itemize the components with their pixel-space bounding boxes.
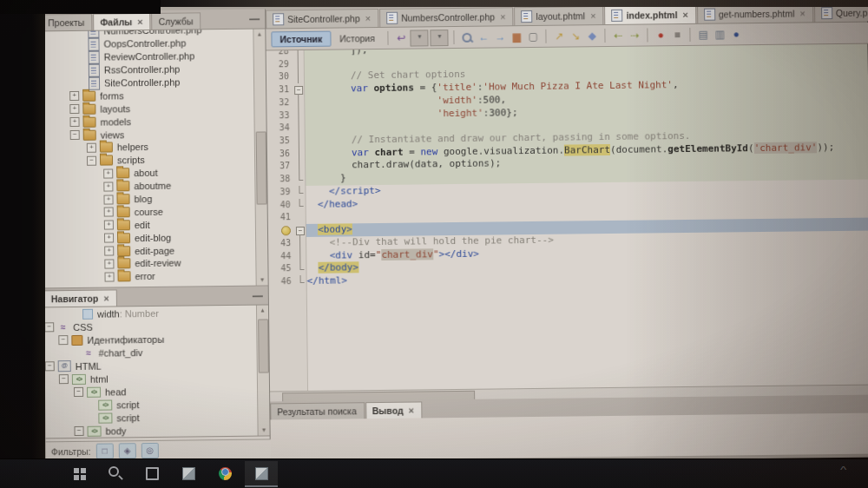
start-button[interactable] [62,461,95,485]
netbeans-active-icon[interactable] [245,461,278,487]
editor-tab-numberscontroller[interactable]: NumbersController.php× [379,7,514,27]
prop-icon [82,308,93,319]
scroll-up-icon[interactable]: ▴ [253,29,265,39]
tree-item-label: scripts [117,155,145,165]
fold-indicator [293,148,306,161]
toolbar-separator [388,31,389,45]
expander-icon[interactable]: + [104,221,114,230]
expander-icon[interactable]: + [104,208,114,217]
output-panel [270,413,868,461]
fold-collapse-icon[interactable]: − [294,86,303,95]
expander-icon[interactable]: − [75,426,84,436]
scrollbar-thumb[interactable] [258,319,269,373]
close-icon[interactable]: × [137,18,143,26]
minimize-icon[interactable]: — [249,13,260,25]
forward-icon[interactable]: ▾ [431,30,449,46]
expander-icon[interactable]: + [103,168,113,178]
panel-tab-projects[interactable]: Проекты [41,14,92,31]
folder-icon [116,194,129,204]
search-button[interactable] [99,461,132,485]
bottom-tab-output[interactable]: Вывод× [365,401,422,419]
highlight-icon[interactable]: ▆ [510,30,524,44]
bottom-tab-search-results[interactable]: Результаты поиска [270,402,365,419]
scroll-up-icon[interactable]: ▴ [257,305,268,315]
close-icon[interactable]: × [799,10,806,17]
panel-tab-services[interactable]: Службы [152,12,201,30]
navigator-item-label: width [97,308,120,319]
scrollbar-thumb[interactable] [256,131,267,204]
shift-left-icon[interactable]: ⇠ [611,28,626,43]
navigator-item[interactable]: −<>body [45,422,269,438]
macro-stop-icon[interactable]: ■ [670,27,685,42]
expander-icon[interactable]: + [104,259,114,268]
folder-icon [117,246,130,256]
find-previous-icon[interactable]: ← [477,30,491,44]
close-icon[interactable]: × [409,406,415,414]
expander-icon[interactable]: + [103,195,113,204]
editor-tab-layout[interactable]: layout.phtml× [514,6,603,25]
navigator-item-label: #chart_div [98,347,142,359]
expander-icon[interactable]: + [104,247,114,256]
back-icon[interactable]: ▾ [411,30,429,46]
folder-icon [82,103,95,114]
chrome-icon[interactable] [208,461,241,485]
expander-icon[interactable]: − [45,361,55,371]
fold-collapse-icon[interactable]: − [296,227,305,235]
expander-icon[interactable]: + [69,117,79,127]
expander-icon[interactable]: − [74,387,83,397]
bookmark-icon[interactable]: ◆ [585,29,600,43]
editor-tab-index[interactable]: index.phtml× [604,5,696,24]
fold-indicator [293,96,305,109]
database-icon[interactable]: ● [729,27,744,42]
rect-select-icon[interactable]: ▢ [526,29,541,43]
folder-icon [117,259,130,269]
expander-icon[interactable]: − [87,156,96,166]
find-icon[interactable] [460,30,475,44]
filter-inherited-icon[interactable]: ◈ [118,443,135,458]
folder-icon [116,168,129,178]
close-icon[interactable]: × [103,294,109,302]
history-view-button[interactable]: История [331,31,384,46]
macro-record-icon[interactable]: ● [654,28,668,43]
editor-tab-label: index.phtml [626,10,677,21]
netbeans-icon[interactable] [172,461,205,485]
expander-icon[interactable]: + [104,234,114,243]
filter-fields-icon[interactable]: □ [95,443,113,458]
task-view-button[interactable] [135,461,168,485]
tray-chevron-icon[interactable]: ^ [840,465,846,475]
minimize-icon[interactable]: — [253,289,263,301]
expander-icon[interactable]: + [103,181,113,191]
navigator-panel: width : Number−≈CSS−Идентификаторы≈#char… [44,305,270,439]
panel-tab-label: Файлы [100,16,132,27]
editor-tab-sitecontroller[interactable]: SiteController.php× [266,9,378,28]
expander-icon[interactable]: + [69,104,79,114]
close-icon[interactable]: × [590,12,596,20]
panel-tab-files[interactable]: Файлы× [93,13,151,30]
source-view-button[interactable]: Источник [271,31,331,48]
line-number [268,224,294,237]
expander-icon[interactable]: + [105,272,115,281]
expander-icon[interactable]: + [69,91,79,101]
next-occurrence-icon[interactable]: ↘ [569,29,583,43]
prev-occurrence-icon[interactable]: ↗ [552,29,567,43]
filter-attributes-icon[interactable]: ◎ [141,443,158,458]
close-icon[interactable]: × [365,15,372,23]
find-next-icon[interactable]: → [493,30,508,44]
navigator-scrollbar[interactable]: ▴ ▾ [256,305,270,435]
comment-icon[interactable]: ▤ [696,27,711,42]
expander-icon[interactable]: + [87,143,96,153]
expander-icon[interactable]: − [70,130,80,140]
close-icon[interactable]: × [682,10,688,18]
last-edit-icon[interactable]: ↩ [394,30,409,45]
expander-icon[interactable]: − [59,374,69,384]
navigator-tab[interactable]: Навигатор × [44,289,117,307]
scroll-down-icon[interactable]: ▾ [257,274,268,285]
code-editor[interactable]: 28 ]);2930 // Set chart options31− var o… [266,44,868,392]
expander-icon[interactable]: − [58,335,68,345]
shift-right-icon[interactable]: ⇢ [628,28,642,43]
scroll-down-icon[interactable]: ▾ [259,425,270,435]
tree-item[interactable]: +error [43,268,267,284]
close-icon[interactable]: × [500,13,506,21]
uncomment-icon[interactable]: ▥ [713,27,727,42]
expander-icon[interactable]: − [44,322,54,332]
